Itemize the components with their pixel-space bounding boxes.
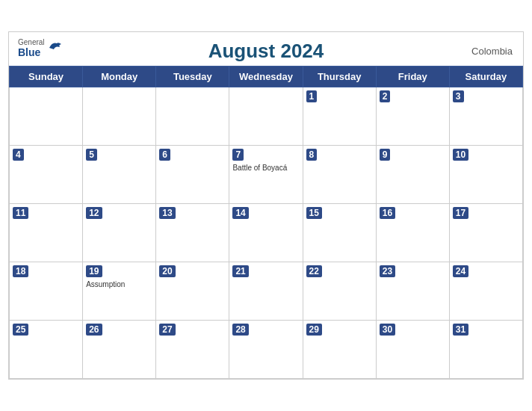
header-saturday: Saturday xyxy=(449,67,522,87)
header-friday: Friday xyxy=(376,67,449,87)
date-number: 25 xyxy=(13,324,28,336)
logo-bird-icon xyxy=(48,40,64,54)
country-label: Colombia xyxy=(471,46,513,57)
calendar-cell: 6 xyxy=(156,146,229,204)
date-number: 2 xyxy=(380,90,391,102)
date-number: 27 xyxy=(159,324,175,336)
date-number: 1 xyxy=(306,90,318,102)
calendar-cell: 29 xyxy=(303,321,376,379)
date-number: 16 xyxy=(380,207,395,219)
calendar-week-row: 25262728293031 xyxy=(10,321,523,379)
calendar-cell: 5 xyxy=(83,146,156,204)
date-number: 26 xyxy=(86,324,102,336)
header-monday: Monday xyxy=(83,67,156,87)
calendar-title: August 2024 xyxy=(208,40,324,63)
calendar-cell: 20 xyxy=(156,262,229,321)
calendar-cell: 31 xyxy=(449,321,522,379)
logo-blue-text: Blue xyxy=(18,47,40,58)
calendar-cell: 28 xyxy=(229,321,303,379)
event-label: Assumption xyxy=(86,280,152,288)
calendar-week-row: 1819Assumption2021222324 xyxy=(10,262,523,321)
calendar-cell: 24 xyxy=(449,262,522,321)
date-number: 5 xyxy=(86,149,97,161)
calendar-cell: 4 xyxy=(10,146,83,204)
calendar-week-row: 11121314151617 xyxy=(10,204,523,262)
header-sunday: Sunday xyxy=(10,67,83,87)
header-thursday: Thursday xyxy=(303,67,376,87)
date-number: 18 xyxy=(13,265,28,277)
calendar-body: 1234567Battle of Boyacá89101112131415161… xyxy=(10,87,523,379)
calendar-week-row: 123 xyxy=(10,87,523,146)
weekday-header-row: Sunday Monday Tuesday Wednesday Thursday… xyxy=(10,67,523,87)
event-label: Battle of Boyacá xyxy=(232,164,299,172)
calendar-cell: 7Battle of Boyacá xyxy=(229,146,303,204)
date-number: 6 xyxy=(159,149,170,161)
calendar-cell: 8 xyxy=(303,146,376,204)
calendar-cell xyxy=(229,87,303,146)
date-number: 8 xyxy=(306,149,318,161)
calendar-cell: 18 xyxy=(10,262,83,321)
calendar-cell: 19Assumption xyxy=(83,262,156,321)
date-number: 23 xyxy=(380,265,395,277)
date-number: 3 xyxy=(453,90,464,102)
calendar-cell: 3 xyxy=(449,87,522,146)
date-number: 13 xyxy=(159,207,175,219)
date-number: 30 xyxy=(380,324,395,336)
calendar-cell: 11 xyxy=(10,204,83,262)
calendar-cell: 14 xyxy=(229,204,303,262)
calendar-table: Sunday Monday Tuesday Wednesday Thursday… xyxy=(9,66,523,379)
calendar-cell: 12 xyxy=(83,204,156,262)
calendar-cell xyxy=(156,87,229,146)
calendar-cell: 30 xyxy=(376,321,449,379)
calendar-cell: 26 xyxy=(83,321,156,379)
calendar-cell: 23 xyxy=(376,262,449,321)
logo: General Blue xyxy=(18,38,64,58)
calendar-cell: 9 xyxy=(376,146,449,204)
date-number: 24 xyxy=(453,265,468,277)
date-number: 10 xyxy=(453,149,468,161)
calendar-week-row: 4567Battle of Boyacá8910 xyxy=(10,146,523,204)
calendar-cell: 15 xyxy=(303,204,376,262)
calendar-cell: 2 xyxy=(376,87,449,146)
calendar-cell xyxy=(83,87,156,146)
date-number: 15 xyxy=(306,207,322,219)
date-number: 20 xyxy=(159,265,175,277)
calendar-cell: 21 xyxy=(229,262,303,321)
calendar-cell: 1 xyxy=(303,87,376,146)
date-number: 22 xyxy=(306,265,322,277)
date-number: 9 xyxy=(380,149,391,161)
calendar-cell: 16 xyxy=(376,204,449,262)
calendar-cell: 27 xyxy=(156,321,229,379)
calendar-cell: 17 xyxy=(449,204,522,262)
date-number: 11 xyxy=(13,207,28,219)
calendar-cell: 10 xyxy=(449,146,522,204)
calendar-wrapper: General Blue August 2024 Colombia Sunday… xyxy=(8,31,524,380)
date-number: 21 xyxy=(232,265,248,277)
calendar-cell xyxy=(10,87,83,146)
date-number: 31 xyxy=(453,324,468,336)
calendar-header: General Blue August 2024 Colombia xyxy=(9,32,523,66)
date-number: 7 xyxy=(232,149,244,161)
date-number: 17 xyxy=(453,207,468,219)
header-tuesday: Tuesday xyxy=(156,67,229,87)
date-number: 29 xyxy=(306,324,322,336)
calendar-cell: 22 xyxy=(303,262,376,321)
date-number: 28 xyxy=(232,324,248,336)
calendar-cell: 25 xyxy=(10,321,83,379)
date-number: 4 xyxy=(13,149,24,161)
calendar-cell: 13 xyxy=(156,204,229,262)
date-number: 14 xyxy=(232,207,248,219)
header-wednesday: Wednesday xyxy=(229,67,303,87)
date-number: 12 xyxy=(86,207,102,219)
date-number: 19 xyxy=(86,265,102,277)
